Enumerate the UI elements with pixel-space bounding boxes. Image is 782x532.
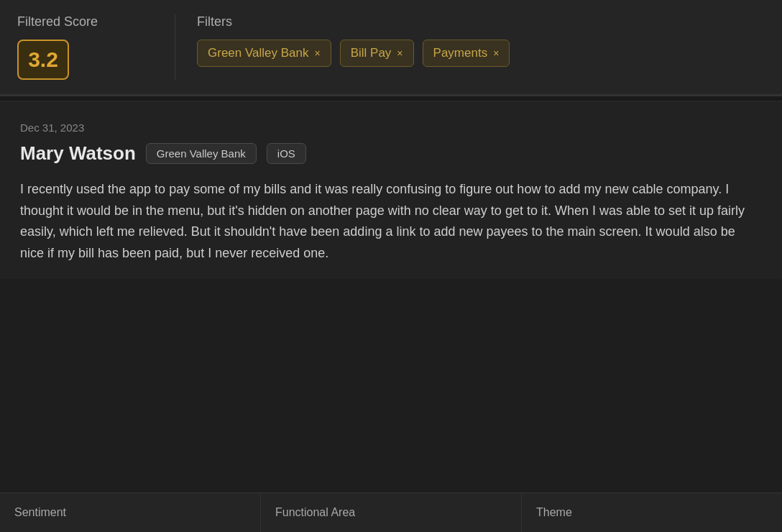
review-section: Dec 31, 2023 Mary Watson Green Valley Ba…	[0, 101, 782, 279]
filter-tag-payments-label: Payments	[433, 46, 488, 60]
bottom-bar-functional-area[interactable]: Functional Area	[261, 493, 522, 532]
filtered-score-section: Filtered Score 3.2	[17, 14, 175, 80]
filter-tag-billpay[interactable]: Bill Pay ×	[340, 40, 414, 67]
filter-tag-billpay-close[interactable]: ×	[397, 48, 402, 58]
filters-label: Filters	[197, 14, 765, 29]
review-date: Dec 31, 2023	[20, 121, 762, 134]
bottom-bar-theme[interactable]: Theme	[522, 493, 782, 532]
bottom-bar: Sentiment Functional Area Theme	[0, 492, 782, 532]
filter-tags: Green Valley Bank × Bill Pay × Payments …	[197, 40, 765, 67]
filters-section: Filters Green Valley Bank × Bill Pay × P…	[175, 14, 765, 80]
filter-tag-payments-close[interactable]: ×	[493, 48, 499, 58]
filter-tag-payments[interactable]: Payments ×	[423, 40, 510, 67]
review-header: Mary Watson Green Valley Bank iOS	[20, 142, 762, 165]
filter-tag-bank-label: Green Valley Bank	[208, 46, 308, 60]
score-value: 3.2	[17, 40, 69, 80]
filter-tag-bank[interactable]: Green Valley Bank ×	[197, 40, 331, 67]
reviewer-name: Mary Watson	[20, 142, 136, 165]
tag-bank: Green Valley Bank	[146, 143, 257, 164]
top-panel: Filtered Score 3.2 Filters Green Valley …	[0, 0, 782, 96]
filter-tag-billpay-label: Bill Pay	[351, 46, 392, 60]
filtered-score-label: Filtered Score	[17, 14, 153, 29]
separator	[0, 96, 782, 101]
review-body: I recently used the app to pay some of m…	[20, 179, 762, 265]
bottom-bar-sentiment[interactable]: Sentiment	[0, 493, 261, 532]
filter-tag-bank-close[interactable]: ×	[314, 48, 320, 58]
tag-platform: iOS	[267, 143, 306, 164]
